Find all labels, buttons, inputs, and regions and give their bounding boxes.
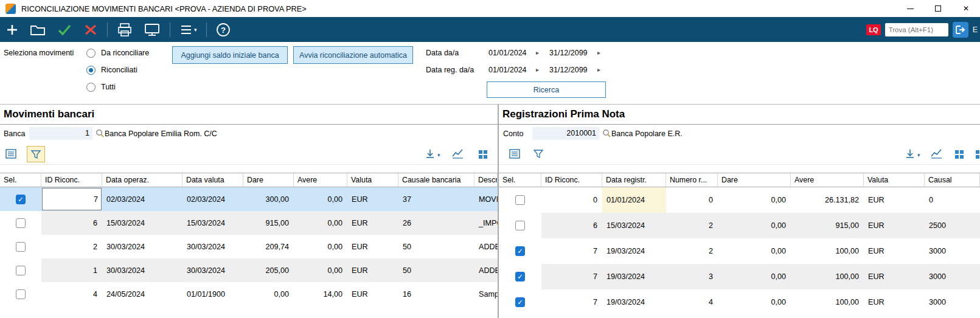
- column-header[interactable]: Causale bancaria: [398, 173, 474, 187]
- data-reg-to-field[interactable]: 31/12/2099: [549, 66, 588, 74]
- date-picker-arrow-icon[interactable]: ▸: [597, 49, 600, 56]
- row-checkbox[interactable]: [16, 218, 26, 228]
- table-cell: 0,00: [294, 235, 347, 258]
- column-header[interactable]: Dare: [243, 173, 294, 187]
- column-header[interactable]: Data valuta: [182, 173, 243, 187]
- column-header[interactable]: Data operaz.: [102, 173, 182, 187]
- column-header[interactable]: Sel.: [499, 173, 541, 187]
- chart-view-button[interactable]: [451, 148, 464, 161]
- row-checkbox[interactable]: [515, 221, 525, 230]
- date-picker-arrow-icon[interactable]: ▸: [536, 66, 539, 73]
- table-row[interactable]: ✓719/03/202420,00100,00EUR3000: [499, 238, 980, 264]
- column-header[interactable]: Numero r...: [666, 173, 718, 187]
- row-checkbox[interactable]: [16, 266, 26, 275]
- filter-button[interactable]: [27, 146, 45, 162]
- grid-view-button[interactable]: [954, 150, 964, 161]
- conto-code-field[interactable]: 2010001: [532, 127, 599, 140]
- table-cell: 4: [666, 289, 718, 315]
- table-cell: 7: [541, 264, 602, 289]
- table-row[interactable]: 615/03/202415/03/2024915,000,00EUR26_IMP…: [0, 211, 498, 235]
- radio-tutti[interactable]: Tutti: [86, 82, 116, 92]
- table-row[interactable]: 424/05/202401/01/19000,0014,00EUR16Sampl…: [0, 282, 498, 306]
- menu-button[interactable]: ▾: [179, 24, 197, 36]
- chart-icon: [451, 148, 464, 159]
- table-cell: 15/03/2024: [602, 213, 666, 238]
- column-header[interactable]: Valuta: [347, 173, 398, 187]
- banca-code-field[interactable]: 1: [29, 127, 92, 140]
- active-edit-cell[interactable]: 7: [42, 188, 102, 210]
- table-cell: 6: [41, 211, 102, 235]
- table-row[interactable]: 230/03/202430/03/2024209,740,00EUR50ADDE…: [0, 235, 498, 258]
- confirm-button[interactable]: [57, 23, 72, 36]
- help-button[interactable]: ?: [216, 22, 231, 37]
- column-header[interactable]: Avere: [294, 173, 347, 187]
- column-header[interactable]: ID Riconc.: [541, 173, 602, 187]
- registrazioni-title: Registrazioni Prima Nota: [502, 108, 625, 120]
- magnifier-icon: [602, 129, 611, 137]
- radio-riconciliati[interactable]: Riconciliati: [86, 65, 137, 75]
- export-button[interactable]: [905, 148, 916, 161]
- chevron-down-icon[interactable]: ▾: [437, 152, 440, 158]
- column-header[interactable]: Avere: [791, 173, 864, 187]
- table-row[interactable]: 001/01/202400,0026.131,82EUR0: [499, 187, 980, 213]
- date-picker-arrow-icon[interactable]: ▸: [536, 49, 539, 56]
- new-record-button[interactable]: [5, 23, 19, 36]
- column-header[interactable]: Dare: [718, 173, 791, 187]
- row-checkbox[interactable]: ✓: [515, 297, 525, 307]
- cancel-button[interactable]: [83, 23, 98, 36]
- table-cell: 14,00: [294, 282, 347, 306]
- exit-button[interactable]: [953, 22, 968, 38]
- filter-button[interactable]: [533, 148, 544, 161]
- table-cell: EUR: [347, 282, 398, 306]
- data-daa-from-field[interactable]: 01/01/2024: [488, 49, 527, 57]
- table-cell: 0,00: [718, 187, 791, 213]
- print-button[interactable]: [117, 22, 133, 37]
- column-header[interactable]: ID Riconc.: [41, 173, 102, 187]
- column-header[interactable]: Causal: [925, 173, 980, 187]
- radio-da-riconciliare[interactable]: Da riconciliare: [86, 48, 149, 58]
- column-header[interactable]: Data registr.: [602, 173, 666, 187]
- list-view-button[interactable]: [509, 148, 521, 162]
- maximize-button[interactable]: [924, 0, 952, 17]
- grid-view-button-clipped[interactable]: [975, 150, 980, 161]
- radio-icon[interactable]: [86, 66, 96, 75]
- banca-zoom-button[interactable]: [96, 129, 104, 139]
- row-checkbox[interactable]: [515, 195, 525, 205]
- row-checkbox[interactable]: ✓: [16, 195, 26, 204]
- close-button[interactable]: ✕: [952, 0, 980, 17]
- radio-icon[interactable]: [86, 83, 96, 92]
- table-row[interactable]: 130/03/202430/03/2024205,000,00EUR50ADDE…: [0, 258, 498, 282]
- row-checkbox[interactable]: [16, 289, 26, 299]
- column-header[interactable]: Sel.: [0, 173, 41, 187]
- ricerca-button[interactable]: Ricerca: [487, 81, 606, 98]
- list-view-button[interactable]: [5, 148, 17, 162]
- radio-icon[interactable]: [86, 49, 96, 58]
- filter-funnel-icon: [533, 148, 544, 159]
- table-cell: 19/03/2024: [602, 289, 666, 315]
- open-button[interactable]: [30, 23, 46, 36]
- data-reg-from-field[interactable]: 01/01/2024: [488, 66, 527, 74]
- chart-view-button[interactable]: [930, 148, 942, 161]
- table-row[interactable]: ✓719/03/202440,00100,00EUR3000: [499, 289, 980, 315]
- row-checkbox[interactable]: ✓: [515, 246, 525, 256]
- preview-button[interactable]: [144, 22, 161, 37]
- search-input[interactable]: [885, 23, 948, 36]
- minimize-button[interactable]: [896, 0, 924, 17]
- date-picker-arrow-icon[interactable]: ▸: [597, 66, 600, 73]
- column-header[interactable]: Descr.: [474, 173, 498, 187]
- chevron-down-icon[interactable]: ▾: [917, 152, 920, 158]
- table-row[interactable]: 615/03/202420,00915,00EUR2500: [499, 213, 980, 238]
- row-checkbox[interactable]: [16, 242, 26, 252]
- conto-zoom-button[interactable]: [602, 129, 611, 139]
- grid-view-button[interactable]: [478, 150, 488, 161]
- column-header[interactable]: Valuta: [864, 173, 925, 187]
- row-checkbox[interactable]: ✓: [515, 272, 525, 282]
- aggiungi-saldo-button[interactable]: Aggiungi saldo iniziale banca: [172, 46, 288, 64]
- table-cell: 26.131,82: [791, 187, 864, 213]
- data-daa-to-field[interactable]: 31/12/2099: [549, 49, 588, 57]
- export-button[interactable]: [425, 148, 436, 161]
- table-cell: 915,00: [243, 211, 294, 235]
- avvia-riconciliazione-button[interactable]: Avvia riconciliazione automatica: [293, 46, 413, 64]
- table-row[interactable]: ✓719/03/202430,00100,00EUR3000: [499, 264, 980, 289]
- table-row[interactable]: ✓702/03/202402/03/2024300,000,00EUR37MOV…: [0, 187, 498, 211]
